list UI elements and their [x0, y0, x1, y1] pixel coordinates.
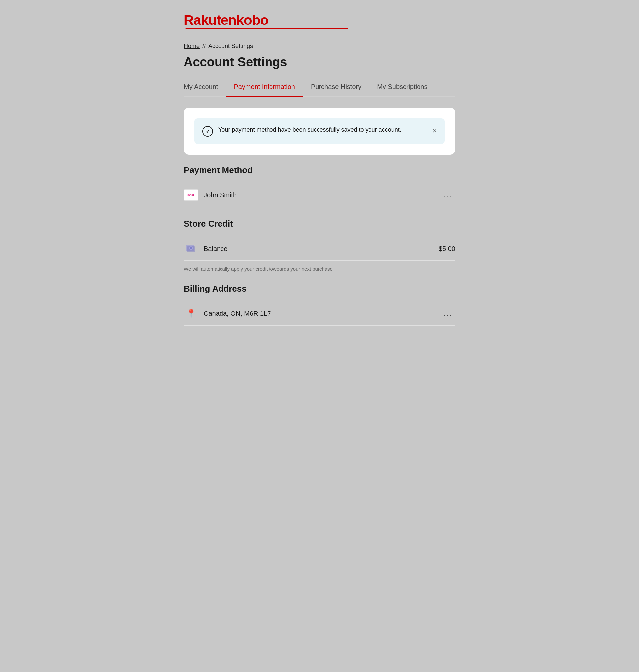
- billing-address-item: 📍 Canada, ON, M6R 1L7 ...: [184, 302, 455, 325]
- store-credit-amount: $5.00: [439, 245, 455, 253]
- payment-item: iDEAL John Smith ...: [184, 183, 455, 207]
- store-credit-note: We will automatically apply your credit …: [184, 265, 455, 272]
- payment-method-title: Payment Method: [184, 165, 455, 175]
- breadcrumb: Home // Account Settings: [184, 43, 455, 50]
- tab-my-account[interactable]: My Account: [184, 78, 226, 97]
- logo-rakuten: Rakuten: [184, 12, 236, 28]
- ideal-payment-icon: iDEAL: [184, 189, 198, 201]
- payment-more-button[interactable]: ...: [441, 189, 455, 201]
- breadcrumb-separator: //: [202, 43, 206, 50]
- success-message: Your payment method have been successful…: [218, 125, 427, 135]
- success-icon: [202, 126, 213, 137]
- store-credit-section: Store Credit Balance $5.00 We will autom…: [184, 219, 455, 272]
- logo-underline: [185, 29, 349, 30]
- content-card: Your payment method have been successful…: [184, 108, 455, 155]
- svg-point-3: [190, 247, 192, 249]
- billing-address-section: Billing Address 📍 Canada, ON, M6R 1L7 ..…: [184, 284, 455, 326]
- page-title: Account Settings: [184, 55, 455, 69]
- success-banner: Your payment method have been successful…: [194, 118, 445, 144]
- billing-address-more-button[interactable]: ...: [441, 308, 455, 319]
- store-credit-label: Balance: [204, 245, 433, 253]
- tab-my-subscriptions[interactable]: My Subscriptions: [369, 78, 435, 97]
- location-icon: 📍: [184, 308, 198, 319]
- breadcrumb-current: Account Settings: [208, 43, 253, 50]
- billing-address-value: Canada, ON, M6R 1L7: [204, 310, 436, 317]
- close-banner-button[interactable]: ×: [432, 127, 437, 135]
- tab-purchase-history[interactable]: Purchase History: [303, 78, 369, 97]
- breadcrumb-home[interactable]: Home: [184, 43, 200, 50]
- payment-holder-name: John Smith: [204, 191, 436, 199]
- divider: [184, 261, 455, 261]
- store-credit-icon: [184, 243, 198, 254]
- payment-method-section: Payment Method iDEAL John Smith ...: [184, 165, 455, 207]
- tabs-container: My Account Payment Information Purchase …: [184, 78, 455, 97]
- logo-kobo: kobo: [236, 12, 268, 28]
- logo: Rakutenkobo: [184, 13, 455, 30]
- billing-address-title: Billing Address: [184, 284, 455, 294]
- store-credit-title: Store Credit: [184, 219, 455, 229]
- billing-divider: [184, 325, 455, 326]
- tab-payment-information[interactable]: Payment Information: [226, 78, 303, 97]
- store-credit-item: Balance $5.00: [184, 237, 455, 261]
